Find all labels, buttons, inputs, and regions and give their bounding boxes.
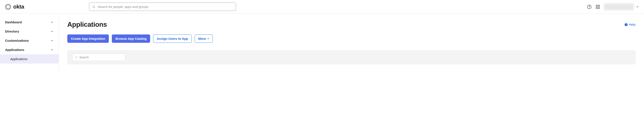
svg-rect-17 [598, 5, 600, 6]
user-identity-redacted [604, 4, 634, 10]
logo-text: okta [13, 4, 24, 10]
sidebar-subitem-applications[interactable]: Applications [0, 54, 58, 63]
svg-rect-0 [8, 4, 8, 5]
svg-line-13 [94, 7, 95, 8]
search-icon [92, 5, 96, 9]
svg-point-20 [76, 56, 77, 58]
sidebar-nav: Dashboard Directory Customizations Appli… [0, 14, 59, 71]
chevron-down-icon [50, 39, 54, 42]
sidebar-item-customizations[interactable]: Customizations [0, 36, 58, 45]
help-badge-icon: ? [624, 23, 628, 26]
applications-search-input[interactable] [80, 56, 123, 59]
page-title: Applications [67, 21, 107, 28]
sidebar-item-label: Directory [5, 30, 19, 33]
sidebar-subitem-label: Applications [10, 57, 28, 61]
svg-rect-8 [5, 8, 6, 9]
okta-burst-icon [5, 4, 11, 10]
chevron-down-icon [50, 21, 54, 24]
svg-rect-16 [596, 5, 597, 6]
search-icon [75, 56, 78, 59]
page-header: Applications ? Help [67, 21, 636, 28]
svg-rect-2 [9, 5, 11, 6]
browse-app-catalog-button[interactable]: Browse App Catalog [112, 34, 150, 43]
svg-point-15 [589, 8, 590, 8]
svg-line-21 [77, 58, 77, 58]
svg-rect-7 [6, 8, 8, 10]
svg-rect-1 [9, 4, 10, 5]
sidebar-item-label: Dashboard [5, 20, 22, 24]
create-app-integration-button[interactable]: Create App Integration [67, 34, 109, 43]
brand-logo[interactable]: okta [5, 4, 31, 10]
applications-panel [67, 50, 636, 64]
global-search-input[interactable] [98, 5, 233, 9]
help-link[interactable]: ? Help [624, 23, 636, 26]
sidebar-item-directory[interactable]: Directory [0, 27, 58, 36]
svg-rect-5 [9, 8, 10, 10]
header-right [587, 4, 639, 10]
svg-rect-6 [8, 9, 8, 10]
svg-rect-10 [5, 5, 6, 6]
svg-rect-19 [598, 7, 600, 8]
svg-rect-4 [9, 8, 11, 9]
chevron-down-icon [50, 30, 54, 33]
applications-search-box[interactable] [72, 54, 126, 61]
svg-point-12 [93, 6, 95, 8]
sidebar-item-applications[interactable]: Applications [0, 45, 58, 54]
svg-rect-18 [596, 7, 597, 8]
svg-rect-9 [5, 7, 6, 7]
main-content: Applications ? Help Create App Integrati… [59, 14, 644, 71]
dropdown-caret-icon: ▼ [207, 38, 209, 40]
sidebar-item-label: Applications [5, 48, 24, 51]
global-search-container [89, 3, 236, 11]
chevron-up-icon [50, 48, 54, 51]
action-button-row: Create App Integration Browse App Catalo… [67, 34, 636, 43]
top-header: okta [0, 0, 644, 14]
assign-users-button[interactable]: Assign Users to App [153, 34, 192, 43]
more-button-label: More [198, 37, 206, 40]
svg-rect-11 [6, 4, 8, 5]
global-search-box[interactable] [89, 3, 236, 11]
chevron-down-icon [636, 5, 639, 8]
help-link-label: Help [629, 23, 636, 26]
svg-rect-3 [10, 7, 11, 7]
sidebar-item-label: Customizations [5, 39, 29, 42]
help-icon[interactable] [587, 5, 592, 9]
more-button[interactable]: More ▼ [195, 34, 213, 43]
app-grid-icon[interactable] [596, 5, 600, 9]
user-menu[interactable] [604, 4, 639, 10]
sidebar-item-dashboard[interactable]: Dashboard [0, 18, 58, 27]
